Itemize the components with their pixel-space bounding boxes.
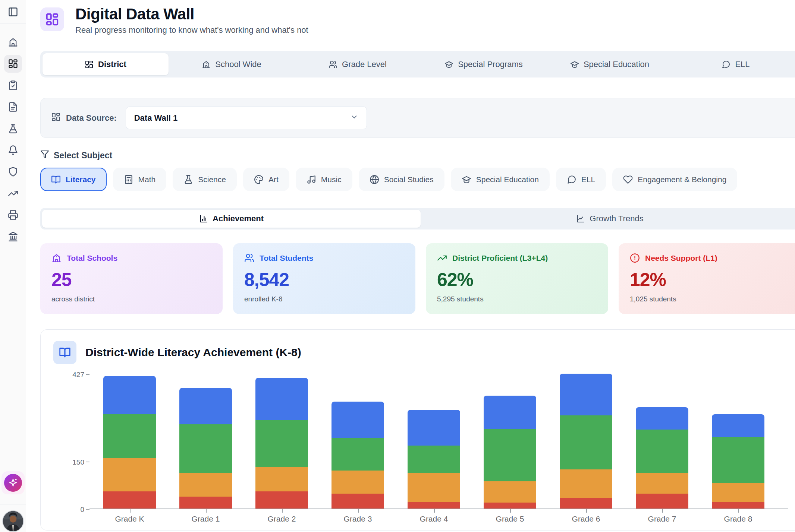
scope-tabs: DistrictSchool WideGrade LevelSpecial Pr… [40,51,795,77]
select-subject-label: Select Subject [54,151,112,161]
tab-special-education[interactable]: Special Education [547,53,673,75]
trending-up-icon [8,188,18,199]
chip-label: Science [198,175,226,184]
tab-label: School Wide [215,60,261,69]
view-option-growth-trends[interactable]: Growth Trends [421,210,795,228]
tab-district[interactable]: District [43,53,169,75]
select-subject-header: Select Subject [40,150,795,161]
subject-chip-literacy[interactable]: Literacy [40,168,107,191]
bar-grade-7[interactable] [636,407,688,509]
subject-chip-science[interactable]: Science [173,168,237,191]
stat-card-header: Total Students [244,253,404,263]
layout-dashboard-icon [51,112,61,122]
x-axis-label: Grade 6 [560,509,612,523]
bar-segment-l4 [408,410,460,446]
bar-segment-l1 [255,491,308,509]
chevron-down-icon-slot [350,113,358,123]
bar-segment-l4 [331,402,384,438]
app-logo [40,7,64,31]
bar-grade-3[interactable] [331,402,384,509]
page-header: Digital Data Wall Real progress monitori… [40,5,795,35]
graduation-cap-icon [444,60,453,69]
calculator-icon [124,175,133,184]
tab-grade-level[interactable]: Grade Level [295,53,421,75]
chip-label: Social Studies [384,175,434,184]
sidebar-item-documents[interactable] [4,98,22,116]
trending-up-icon [437,253,447,263]
sidebar-item-printer[interactable] [4,206,22,224]
layout-dashboard-icon [45,12,59,26]
subject-chip-music[interactable]: Music [296,168,352,191]
sidebar-item-security[interactable] [4,163,22,181]
bar-segment-l1 [331,494,384,509]
bar-segment-l3 [484,429,536,482]
sidebar-item-notifications[interactable] [4,141,22,159]
landmark-icon [8,231,18,242]
chip-label: Literacy [66,175,96,184]
chevron-down-icon [350,113,358,121]
subject-chip-social-studies[interactable]: Social Studies [359,168,444,191]
data-source-label: Data Source: [66,113,117,123]
bar-grade-8[interactable] [712,414,764,509]
stat-card-total-students: Total Students8,542enrolled K-8 [233,243,415,314]
tab-school-wide[interactable]: School Wide [169,53,295,75]
subject-chip-special-education[interactable]: Special Education [451,168,550,191]
subject-chip-engagement-belonging[interactable]: Engagement & Belonging [612,168,737,191]
sidebar-divider [0,504,26,504]
chart-card: District-Wide Literacy Achievement (K-8)… [40,329,795,531]
bar-segment-l3 [560,415,612,469]
data-source-label-group: Data Source: [51,112,117,124]
school-icon [8,37,18,47]
ai-assistant-button[interactable] [1,471,25,494]
sidebar-item-trends[interactable] [4,184,22,202]
stat-card-district-proficient-l3-l4-: District Proficient (L3+L4)62%5,295 stud… [426,243,608,314]
sidebar-item-dashboard[interactable] [4,55,22,73]
sidebar-footer [0,471,26,532]
view-option-achievement[interactable]: Achievement [42,210,421,228]
x-axis-label: Grade 2 [255,509,308,523]
bar-segment-l2 [484,481,536,503]
stat-cards: Total Schools25across districtTotal Stud… [40,243,795,314]
stat-label: Needs Support (L1) [645,254,717,263]
tab-special-programs[interactable]: Special Programs [421,53,547,75]
chart-y-axis: 0150427 [53,374,89,509]
data-source-select[interactable]: Data Wall 1 [126,107,367,129]
bar-grade-2[interactable] [255,378,308,509]
bar-segment-l2 [255,467,308,491]
bar-grade-4[interactable] [408,410,460,509]
view-option-label: Growth Trends [590,214,643,224]
bar-grade-5[interactable] [484,396,536,509]
sidebar-item-science[interactable] [4,120,22,137]
stat-value: 12% [630,269,790,291]
bar-chart-icon [199,214,208,223]
bar-segment-l2 [636,473,688,493]
user-avatar[interactable] [2,510,24,532]
globe-icon [370,175,379,184]
chart-header: District-Wide Literacy Achievement (K-8) [53,341,788,364]
data-source-value: Data Wall 1 [134,113,178,123]
subject-chip-ell[interactable]: ELL [556,168,606,191]
bar-grade-6[interactable] [560,374,612,509]
app-root: Digital Data Wall Real progress monitori… [0,0,795,532]
clipboard-check-icon [8,80,18,91]
bar-grade-k[interactable] [103,376,156,509]
sidebar-item-school[interactable] [4,33,22,51]
bar-segment-l2 [560,469,612,498]
tab-ell[interactable]: ELL [673,53,795,75]
sidebar-item-tasks[interactable] [4,76,22,94]
subject-chip-art[interactable]: Art [243,168,289,191]
sidebar-toggle-button[interactable] [0,0,26,23]
chart-book-icon-box [53,341,76,364]
bar-grade-1[interactable] [179,388,232,509]
bar-segment-l1 [484,503,536,509]
y-tick-mark [86,374,89,375]
y-tick-label: 0 [80,506,84,514]
sidebar-item-district[interactable] [4,228,22,246]
message-circle-icon [567,175,576,184]
chart-x-axis: Grade KGrade 1Grade 2Grade 3Grade 4Grade… [89,509,788,523]
page-title: Digital Data Wall [75,5,308,23]
filter-icon [40,150,49,159]
subject-chip-math[interactable]: Math [113,168,167,191]
chart-area: 0150427 [53,374,788,509]
sparkles-icon [4,474,22,492]
